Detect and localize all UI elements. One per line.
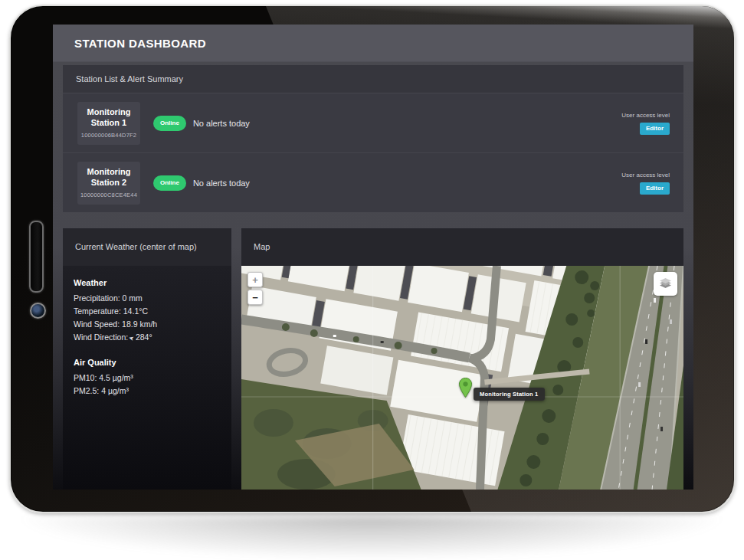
- weather-heading: Weather: [74, 277, 231, 290]
- app-header: STATION DASHBOARD: [53, 25, 693, 61]
- alert-summary-text: No alerts today: [193, 119, 250, 128]
- station-id: 10000000C8CE4E44: [80, 192, 137, 198]
- access-block: User access level Editor: [621, 172, 670, 195]
- station-list-panel: Station List & Alert Summary Monitoring …: [63, 65, 683, 212]
- map-pin-icon[interactable]: [459, 378, 472, 398]
- zoom-out-button[interactable]: −: [247, 290, 263, 305]
- map-marker-tooltip: Monitoring Station 1: [474, 388, 545, 401]
- tablet-reflection: [23, 516, 720, 559]
- map-zoom-control: + −: [247, 272, 263, 305]
- station-name: Monitoring Station 2: [82, 167, 136, 188]
- map-panel-title: Map: [241, 228, 683, 266]
- volume-button: [29, 221, 44, 293]
- editor-button[interactable]: Editor: [640, 123, 670, 135]
- page-title: STATION DASHBOARD: [53, 25, 693, 50]
- wind-speed-value: Wind Speed: 18.9 km/h: [74, 318, 231, 331]
- map-canvas[interactable]: + −: [241, 266, 683, 490]
- access-level-label: User access level: [621, 172, 670, 178]
- station-name: Monitoring Station 1: [82, 107, 136, 129]
- tablet-frame: STATION DASHBOARD Station List & Alert S…: [9, 5, 736, 513]
- status-badge: Online: [153, 175, 186, 191]
- map-panel: Map: [241, 228, 683, 490]
- wind-direction-arrow-icon: ➤: [127, 331, 136, 345]
- weather-body: Weather Precipitation: 0 mm Temperature:…: [63, 266, 231, 490]
- weather-panel: Current Weather (center of map) Weather …: [63, 228, 231, 490]
- station-row: Monitoring Station 2 10000000C8CE4E44 On…: [63, 152, 683, 212]
- station-card[interactable]: Monitoring Station 1 100000006B44D7F2: [77, 102, 140, 145]
- station-id: 100000006B44D7F2: [81, 132, 136, 139]
- access-level-label: User access level: [621, 112, 670, 119]
- station-panel-title: Station List & Alert Summary: [63, 65, 683, 93]
- zoom-in-button[interactable]: +: [247, 272, 263, 287]
- temperature-value: Temperature: 14.1°C: [74, 305, 231, 318]
- alert-summary-text: No alerts today: [193, 178, 250, 188]
- station-row: Monitoring Station 1 100000006B44D7F2 On…: [63, 93, 683, 152]
- pm10-value: PM10: 4.5 µg/m³: [74, 372, 231, 385]
- scene: STATION DASHBOARD Station List & Alert S…: [0, 0, 744, 560]
- precipitation-value: Precipitation: 0 mm: [74, 292, 231, 305]
- editor-button[interactable]: Editor: [640, 182, 670, 195]
- status-badge: Online: [153, 116, 186, 131]
- station-card[interactable]: Monitoring Station 2 10000000C8CE4E44: [77, 162, 140, 205]
- air-quality-heading: Air Quality: [74, 356, 231, 369]
- pm25-value: PM2.5: 4 µg/m³: [74, 385, 231, 398]
- front-camera: [30, 303, 46, 319]
- screen: STATION DASHBOARD Station List & Alert S…: [53, 25, 693, 490]
- map-layers-button[interactable]: [654, 272, 677, 296]
- wind-direction-line: Wind Direction:➤284°: [74, 331, 231, 345]
- layers-icon: [658, 277, 673, 291]
- wind-direction-label: Wind Direction:: [74, 332, 128, 342]
- wind-direction-value: 284°: [136, 332, 152, 342]
- access-block: User access level Editor: [621, 112, 670, 135]
- weather-panel-title: Current Weather (center of map): [63, 228, 231, 266]
